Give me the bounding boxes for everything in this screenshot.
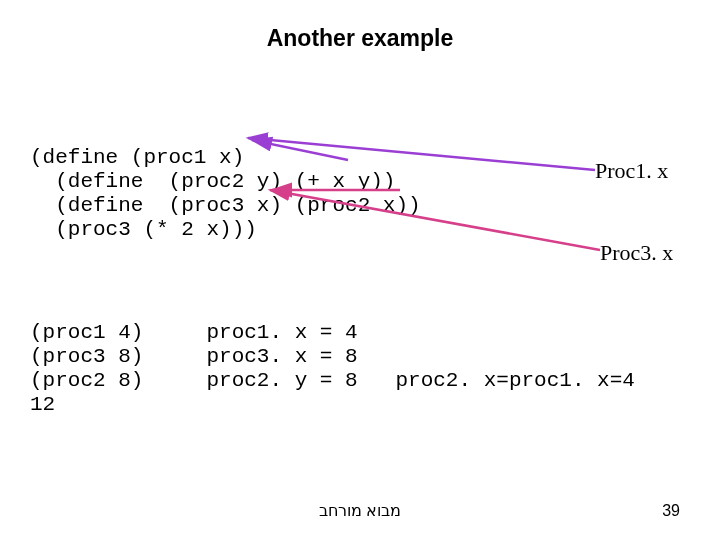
trace-line-1: (proc1 4) proc1. x = 4 <box>30 321 358 344</box>
trace-block: (proc1 4) proc1. x = 4 (proc3 8) proc3. … <box>30 321 635 418</box>
trace-line-3: (proc2 8) proc2. y = 8 proc2. x=proc1. x… <box>30 369 635 392</box>
trace-line-2: (proc3 8) proc3. x = 8 <box>30 345 358 368</box>
code-line-1: (define (proc1 x) <box>30 146 244 169</box>
code-line-3: (define (proc3 x) (proc2 x)) <box>30 194 421 217</box>
page-number: 39 <box>662 502 680 520</box>
arrow-overlay <box>0 0 720 540</box>
annotation-proc3: Proc3. x <box>600 240 673 266</box>
footer-text: מבוא מורחב <box>0 501 720 520</box>
slide-title: Another example <box>0 25 720 52</box>
annotation-proc1: Proc1. x <box>595 158 668 184</box>
code-line-4: (proc3 (* 2 x))) <box>30 218 257 241</box>
code-line-2: (define (proc2 y) (+ x y)) <box>30 170 395 193</box>
trace-line-4: 12 <box>30 393 55 416</box>
code-block: (define (proc1 x) (define (proc2 y) (+ x… <box>30 146 421 243</box>
